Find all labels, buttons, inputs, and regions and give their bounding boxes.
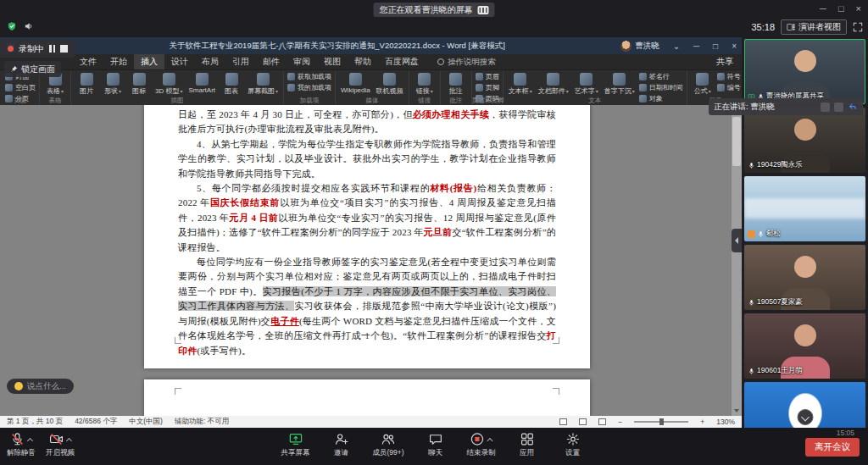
toolbar-stop-record-button[interactable]: 结束录制 <box>467 432 496 458</box>
participant-video-190507夏家豪[interactable]: 190507夏家豪 <box>744 245 865 310</box>
ribbon-tab-百度网盘[interactable]: 百度网盘 <box>378 54 426 69</box>
ribbon-button-我的加载项[interactable]: 我的加载项 <box>287 83 331 92</box>
reaction-icon[interactable] <box>821 102 830 112</box>
zoom-slider[interactable] <box>634 421 688 423</box>
lock-screen-button[interactable]: 锁定画面 <box>4 61 61 77</box>
ribbon-button-日期和时间[interactable]: 日期和时间 <box>639 83 683 92</box>
toolbar-settings-button[interactable]: 设置 <box>559 432 587 458</box>
keyboard-icon[interactable] <box>478 6 489 14</box>
toolbar-members-button[interactable]: 成员(99+) <box>372 432 403 458</box>
accessibility-indicator[interactable]: 辅助功能: 不可用 <box>175 417 229 427</box>
page-indicator[interactable]: 第 1 页，共 10 页 <box>7 417 63 427</box>
ribbon-button-编号[interactable]: 编号 <box>717 83 741 92</box>
speaker-view-button[interactable]: 演讲者视图 <box>781 19 847 35</box>
toolbar-unmute-button[interactable]: 解除静音 <box>7 432 36 458</box>
ribbon-button-空白页[interactable]: 空白页 <box>5 83 36 92</box>
ribbon-button-文档部件[interactable]: 文档部件▾ <box>537 72 570 97</box>
zoom-knob[interactable] <box>659 418 664 425</box>
ribbon-button-符号[interactable]: 符号 <box>717 72 741 81</box>
minimize-button[interactable]: ─ <box>820 2 826 15</box>
stop-recording-button[interactable] <box>60 45 68 53</box>
ribbon-button-链接[interactable]: 链接▾ <box>413 72 437 97</box>
participant-video-190601王月萌[interactable]: 190601王月萌 <box>744 313 865 379</box>
ribbon-button-批注[interactable]: 批注 <box>444 72 468 97</box>
ribbon-tab-审阅[interactable]: 审阅 <box>287 54 317 69</box>
ribbon-button-艺术字[interactable]: 艺术字▾ <box>573 72 600 97</box>
ribbon-button-SmartArt[interactable]: SmartArt <box>186 72 217 95</box>
toolbar-center-group: 共享屏幕邀请成员(99+)聊天结束录制应用设置 <box>281 432 587 458</box>
zoom-level[interactable]: 130% <box>716 418 735 426</box>
vertical-scrollbar[interactable] <box>732 105 742 416</box>
word-maximize-button[interactable]: □ <box>713 42 718 51</box>
settings-icon <box>565 432 580 446</box>
account-chip[interactable]: 曹洪晓 <box>620 41 659 52</box>
read-mode-icon[interactable] <box>559 418 567 425</box>
ribbon-tab-邮件[interactable]: 邮件 <box>256 54 287 69</box>
ribbon-button-图片[interactable]: 图片 <box>75 72 98 97</box>
pause-recording-button[interactable] <box>49 45 55 53</box>
ribbon-button-获取加载项[interactable]: 获取加载项 <box>287 72 331 81</box>
ribbon-tab-视图[interactable]: 视图 <box>317 54 348 69</box>
ribbon-tab-引用[interactable]: 引用 <box>225 54 256 69</box>
word-minimize-button[interactable]: ─ <box>693 42 699 51</box>
word-close-button[interactable]: × <box>732 42 737 51</box>
ribbon-button-屏幕截图[interactable]: 屏幕截图▾ <box>246 72 280 97</box>
zoom-out-button[interactable]: − <box>618 418 622 426</box>
leave-meeting-button[interactable]: 离开会议 <box>805 438 860 457</box>
tell-me-search[interactable]: 操作说明搜索 <box>437 54 496 69</box>
share-label: 共享 <box>716 56 733 68</box>
close-button[interactable]: × <box>856 2 861 15</box>
scroll-down-arrow[interactable] <box>734 409 739 412</box>
ribbon-tab-插入[interactable]: 插入 <box>134 54 164 69</box>
toolbar-chat-button[interactable]: 聊天 <box>421 432 450 458</box>
language-indicator[interactable]: 中文(中国) <box>129 417 163 427</box>
ribbon-button-首字下沉[interactable]: 首字下沉▾ <box>603 72 637 97</box>
ribbon-button-签名行[interactable]: 签名行 <box>639 72 683 81</box>
ribbon-button-页脚[interactable]: 页脚 <box>476 83 499 92</box>
emoji-icon[interactable] <box>14 382 23 390</box>
reaction-icon[interactable] <box>834 102 843 112</box>
document-canvas[interactable]: 日起，至 2023 年 4 月 30 日止，可全程，亦可部分)，但必须办理相关手… <box>0 105 742 416</box>
scrollbar-thumb[interactable] <box>732 117 741 166</box>
web-layout-icon[interactable] <box>598 418 606 425</box>
chevron-up-icon[interactable] <box>66 437 72 443</box>
members-icon <box>381 432 396 446</box>
ribbon-button-3D 模型[interactable]: 3D 模型▾ <box>153 72 184 97</box>
zoom-in-button[interactable]: + <box>700 418 704 426</box>
chevron-up-icon[interactable] <box>487 437 493 443</box>
ribbon-button-页眉[interactable]: 页眉 <box>476 72 499 81</box>
ribbon-tab-bar: 文件开始插入设计布局引用邮件审阅视图帮助百度网盘操作说明搜索共享 <box>0 54 742 70</box>
ribbon-button-图表[interactable]: 图表 <box>220 72 243 97</box>
reply-arrow-icon[interactable] <box>848 102 858 112</box>
participant-video-曹洪晓的屏幕共享[interactable]: 曹洪晓的屏幕共享 <box>744 39 865 104</box>
toolbar-invite-button[interactable]: 邀请 <box>326 432 355 458</box>
print-layout-icon[interactable] <box>579 418 587 425</box>
ribbon-button-文本框[interactable]: 文本框▾ <box>507 72 534 97</box>
toolbar-start-video-button[interactable]: 开启视频 <box>46 432 75 458</box>
scroll-more-participants-button[interactable] <box>797 409 813 425</box>
ribbon-tab-设计[interactable]: 设计 <box>164 54 195 69</box>
maximize-button[interactable]: □ <box>838 2 844 15</box>
toolbar-share-screen-button[interactable]: 共享屏幕 <box>281 432 309 458</box>
chevron-up-icon[interactable] <box>27 437 33 443</box>
ribbon-button-公式[interactable]: 公式▾ <box>691 72 715 97</box>
sidebar-collapse-handle[interactable] <box>732 229 742 252</box>
ribbon-group-label: 批注 <box>441 97 471 105</box>
ribbon-button-Wikipedia[interactable]: Wikipedia <box>339 72 372 95</box>
share-button[interactable]: 共享 <box>716 54 733 69</box>
speaker-icon[interactable] <box>24 21 34 31</box>
ribbon-tab-开始[interactable]: 开始 <box>103 54 134 69</box>
toolbar-apps-button[interactable]: 应用 <box>513 432 542 458</box>
participant-video-郗松[interactable]: 郗松 <box>744 176 865 241</box>
ribbon-tab-布局[interactable]: 布局 <box>195 54 225 69</box>
fullscreen-icon[interactable] <box>853 22 863 32</box>
ribbon-button-形状[interactable]: 形状▾ <box>101 72 125 97</box>
ribbon-display-icon[interactable]: ⌄ <box>673 42 680 51</box>
ribbon-tab-文件[interactable]: 文件 <box>73 54 103 69</box>
word-count[interactable]: 42/6586 个字 <box>75 417 117 427</box>
ribbon-tab-帮助[interactable]: 帮助 <box>348 54 378 69</box>
ribbon-button-图标[interactable]: 图标 <box>127 72 151 97</box>
participant-video-190429陶永乐[interactable]: 190429陶永乐 <box>744 108 865 173</box>
quick-chat-input[interactable]: 说点什么... <box>7 379 74 394</box>
ribbon-button-联机视频[interactable]: 联机视频 <box>375 72 405 97</box>
